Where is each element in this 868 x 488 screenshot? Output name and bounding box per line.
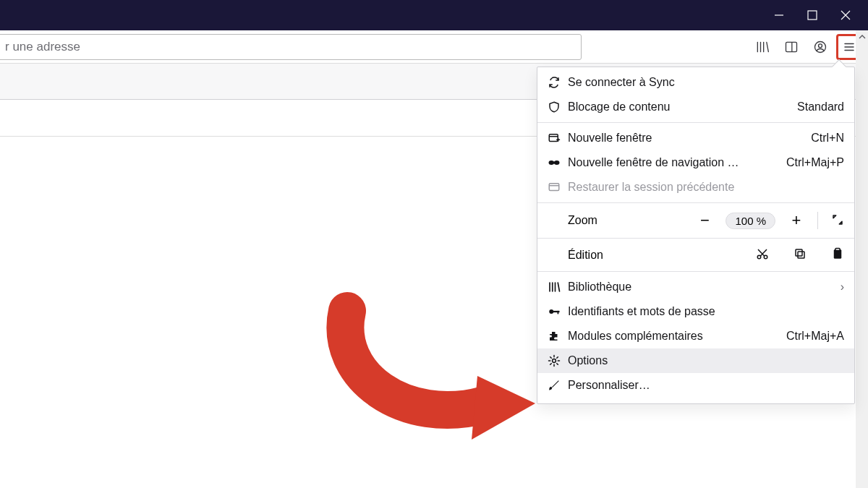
menu-sync[interactable]: Se connecter à Sync	[537, 70, 854, 95]
menu-accel: Ctrl+Maj+A	[786, 330, 844, 343]
svg-point-3	[819, 43, 822, 47]
menu-label: Nouvelle fenêtre	[568, 132, 811, 145]
menu-customize[interactable]: Personnaliser…	[537, 373, 854, 398]
minimize-button[interactable]	[762, 0, 796, 30]
chevron-right-icon: ›	[835, 281, 844, 294]
zoom-label: Zoom	[568, 214, 629, 227]
window-icon	[548, 132, 568, 145]
window-titlebar	[0, 0, 868, 30]
menu-label: Personnaliser…	[568, 379, 844, 392]
maximize-button[interactable]	[796, 0, 829, 30]
menu-content-blocking[interactable]: Blocage de contenu Standard	[537, 95, 854, 119]
menu-private-window[interactable]: Nouvelle fenêtre de navigation … Ctrl+Ma…	[537, 150, 854, 175]
svg-point-18	[553, 359, 556, 363]
paste-icon[interactable]	[831, 247, 844, 262]
menu-restore-session: Restaurer la session précédente	[537, 175, 854, 200]
menu-new-window[interactable]: Nouvelle fenêtre Ctrl+N	[537, 126, 854, 150]
account-icon[interactable]	[807, 34, 833, 60]
svg-point-9	[757, 255, 761, 259]
puzzle-icon	[548, 330, 568, 343]
menu-accel: Ctrl+Maj+P	[786, 156, 844, 169]
menu-accel: Ctrl+N	[811, 132, 844, 145]
restore-icon	[548, 181, 568, 194]
copy-icon[interactable]	[793, 247, 807, 262]
svg-rect-12	[796, 249, 802, 256]
fullscreen-icon[interactable]	[831, 213, 844, 228]
library-icon[interactable]	[749, 34, 775, 60]
menu-label: Identifiants et mots de passe	[568, 305, 844, 318]
menu-status: Standard	[797, 100, 844, 114]
svg-rect-1	[786, 42, 797, 51]
svg-rect-17	[558, 311, 559, 314]
svg-rect-0	[808, 11, 817, 20]
menu-label: Modules complémentaires	[568, 330, 786, 343]
zoom-out-button[interactable]: −	[697, 214, 712, 227]
sync-icon	[548, 76, 568, 89]
svg-rect-8	[549, 184, 559, 191]
menu-label: Se connecter à Sync	[568, 76, 844, 89]
brush-icon	[548, 379, 568, 392]
app-menu: Se connecter à Sync Blocage de contenu S…	[537, 67, 855, 404]
svg-point-10	[764, 255, 767, 259]
svg-rect-11	[798, 252, 804, 258]
zoom-in-button[interactable]: +	[788, 214, 804, 227]
scroll-up-icon[interactable]	[856, 30, 868, 43]
menu-logins[interactable]: Identifiants et mots de passe	[537, 299, 854, 324]
menu-library[interactable]: Bibliothèque ›	[537, 275, 854, 299]
mask-icon	[548, 156, 568, 169]
menu-options[interactable]: Options	[537, 348, 854, 373]
menu-edit-row: Édition	[537, 241, 854, 268]
library-icon	[548, 281, 568, 294]
scrollbar[interactable]	[856, 30, 868, 488]
cut-icon[interactable]	[756, 247, 769, 262]
menu-label: Bibliothèque	[568, 281, 835, 294]
svg-rect-14	[835, 249, 840, 251]
menu-label: Nouvelle fenêtre de navigation …	[568, 156, 786, 169]
close-button[interactable]	[829, 0, 862, 30]
svg-rect-7	[553, 162, 556, 164]
menu-label: Restaurer la session précédente	[568, 181, 844, 194]
toolbar	[0, 30, 868, 64]
zoom-value[interactable]: 100 %	[726, 213, 775, 229]
gear-icon	[548, 354, 568, 367]
menu-label: Options	[568, 354, 844, 367]
address-input[interactable]	[0, 34, 582, 60]
edition-label: Édition	[568, 249, 629, 262]
sidebar-icon[interactable]	[778, 34, 804, 60]
svg-rect-4	[549, 134, 558, 142]
menu-zoom-row: Zoom − 100 % +	[537, 206, 854, 235]
menu-label: Blocage de contenu	[568, 100, 797, 114]
menu-addons[interactable]: Modules complémentaires Ctrl+Maj+A	[537, 324, 854, 348]
key-icon	[548, 305, 568, 318]
shield-icon	[548, 100, 568, 114]
